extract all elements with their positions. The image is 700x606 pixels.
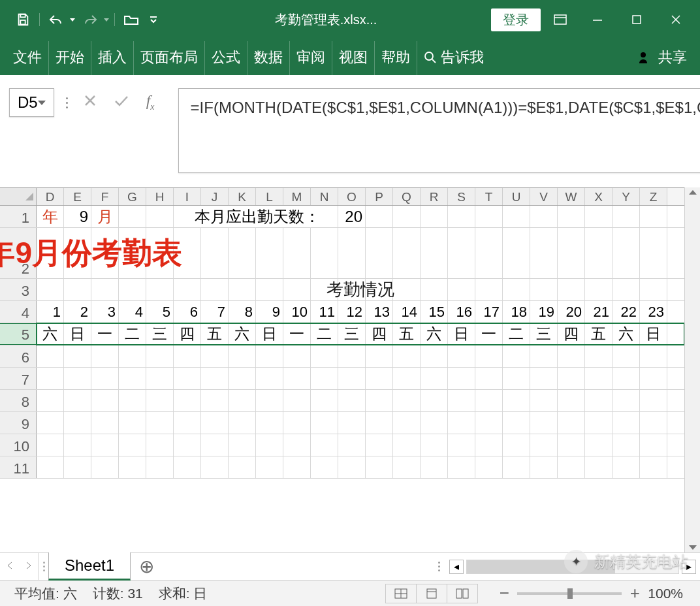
cell[interactable]: 本月应出勤天数：	[174, 206, 338, 227]
resize-handle-icon[interactable]	[66, 88, 68, 108]
cell[interactable]	[530, 390, 558, 411]
cell[interactable]: 一	[91, 323, 119, 345]
cell[interactable]: 六	[421, 323, 448, 345]
tab-help[interactable]: 帮助	[375, 41, 417, 75]
sheet-bar-handle[interactable]	[438, 562, 440, 571]
new-sheet-button[interactable]: ⊕	[131, 553, 162, 580]
cell[interactable]	[585, 228, 612, 278]
sheet-nav-prev[interactable]	[6, 561, 14, 573]
cell[interactable]: 17	[475, 301, 503, 323]
insert-function-button[interactable]: fx	[146, 92, 155, 112]
cell[interactable]	[612, 345, 640, 367]
cell[interactable]	[146, 390, 174, 411]
cell[interactable]	[448, 456, 475, 478]
select-all-button[interactable]	[0, 188, 37, 205]
cell[interactable]	[421, 390, 448, 411]
cell[interactable]	[146, 412, 174, 434]
cell[interactable]	[421, 228, 448, 278]
cell[interactable]	[448, 412, 475, 434]
cell[interactable]: 20	[558, 301, 585, 323]
cell[interactable]: 二	[503, 323, 530, 345]
cell[interactable]	[283, 456, 311, 478]
scroll-down-icon[interactable]	[689, 545, 697, 550]
undo-button[interactable]	[45, 8, 67, 31]
row-header[interactable]: 9	[0, 412, 37, 434]
vertical-scrollbar[interactable]	[684, 187, 700, 552]
sheet-tab-1[interactable]: Sheet1	[48, 552, 131, 581]
cell[interactable]	[558, 456, 585, 478]
cell[interactable]: 六	[612, 323, 640, 345]
cell[interactable]	[393, 390, 421, 411]
cell[interactable]	[201, 228, 229, 278]
cell[interactable]	[612, 456, 640, 478]
cell[interactable]	[311, 412, 338, 434]
cell[interactable]	[421, 206, 448, 227]
cell[interactable]	[366, 206, 393, 227]
cell[interactable]	[311, 228, 338, 278]
cell[interactable]	[283, 368, 311, 389]
tab-pagelayout[interactable]: 页面布局	[134, 41, 205, 75]
row-header[interactable]: 10	[0, 434, 37, 456]
row-header[interactable]: 11	[0, 456, 37, 478]
cell[interactable]	[146, 228, 174, 278]
sheet-nav-handle[interactable]	[39, 553, 48, 580]
cell[interactable]: 六	[37, 323, 64, 345]
cell[interactable]: 15	[421, 301, 448, 323]
cell[interactable]	[146, 434, 174, 456]
cell[interactable]	[91, 228, 119, 278]
cell[interactable]	[475, 368, 503, 389]
cell[interactable]	[475, 345, 503, 367]
cell[interactable]	[338, 434, 366, 456]
cell[interactable]	[146, 206, 174, 227]
cell[interactable]	[612, 434, 640, 456]
cell[interactable]	[174, 456, 201, 478]
cell[interactable]	[64, 228, 91, 278]
cell[interactable]: 二	[311, 323, 338, 345]
cell[interactable]: 12	[338, 301, 366, 323]
sheet-nav-next[interactable]	[25, 561, 33, 573]
cell[interactable]	[530, 434, 558, 456]
cell[interactable]	[37, 345, 64, 367]
cell[interactable]	[421, 345, 448, 367]
cell[interactable]	[366, 456, 393, 478]
tab-view[interactable]: 视图	[332, 41, 375, 75]
cell[interactable]	[366, 368, 393, 389]
scroll-left-icon[interactable]: ◂	[449, 560, 464, 574]
column-header[interactable]: T	[475, 188, 503, 205]
cell[interactable]: 16	[448, 301, 475, 323]
column-header[interactable]: L	[256, 188, 283, 205]
cell[interactable]: 四	[174, 323, 201, 345]
cell[interactable]	[640, 390, 667, 411]
cell[interactable]	[256, 345, 283, 367]
scroll-up-icon[interactable]	[689, 190, 697, 195]
cell[interactable]: 20	[338, 206, 366, 227]
column-header[interactable]: M	[283, 188, 311, 205]
cell[interactable]	[91, 434, 119, 456]
cell[interactable]	[393, 368, 421, 389]
cell[interactable]	[503, 412, 530, 434]
cell[interactable]	[37, 390, 64, 411]
cell[interactable]	[283, 412, 311, 434]
cell[interactable]: 五	[393, 323, 421, 345]
column-header[interactable]: K	[229, 188, 256, 205]
cell[interactable]	[64, 345, 91, 367]
cell[interactable]	[393, 412, 421, 434]
column-header[interactable]: D	[37, 188, 64, 205]
cell[interactable]	[475, 456, 503, 478]
cell[interactable]	[256, 456, 283, 478]
cell[interactable]	[366, 345, 393, 367]
column-header[interactable]: O	[338, 188, 366, 205]
cell[interactable]	[174, 434, 201, 456]
cell[interactable]	[338, 390, 366, 411]
cell[interactable]	[256, 368, 283, 389]
cell[interactable]	[366, 390, 393, 411]
cell[interactable]	[503, 390, 530, 411]
cell[interactable]	[448, 206, 475, 227]
cell[interactable]: 7	[201, 301, 229, 323]
cell[interactable]	[311, 390, 338, 411]
cell[interactable]	[229, 412, 256, 434]
column-header[interactable]: Y	[612, 188, 640, 205]
cell[interactable]: 23	[640, 301, 667, 323]
undo-dropdown-icon[interactable]	[70, 18, 75, 22]
cell[interactable]: 13	[366, 301, 393, 323]
